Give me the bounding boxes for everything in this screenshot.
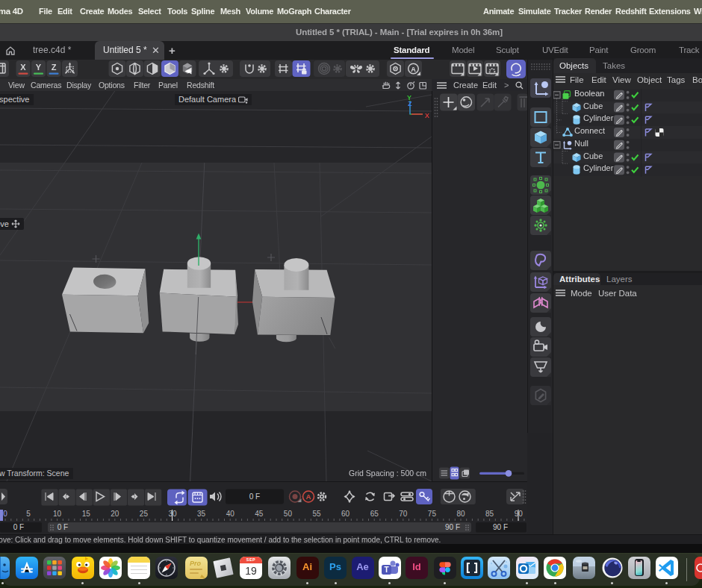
svg-text:A: A bbox=[411, 66, 416, 73]
svg-text:75: 75 bbox=[428, 510, 437, 518]
svg-text:25: 25 bbox=[140, 510, 149, 518]
svg-text:Z: Z bbox=[408, 100, 412, 107]
svg-text:85: 85 bbox=[485, 510, 494, 518]
svg-text:Z: Z bbox=[52, 63, 57, 72]
svg-text:40: 40 bbox=[226, 510, 235, 518]
svg-text:Pro: Pro bbox=[190, 560, 202, 567]
svg-text:90 F: 90 F bbox=[445, 523, 460, 531]
svg-text:20: 20 bbox=[111, 510, 119, 518]
svg-text:65: 65 bbox=[370, 510, 379, 518]
svg-text:Y: Y bbox=[36, 63, 42, 72]
svg-text:50: 50 bbox=[284, 510, 293, 518]
svg-text:45: 45 bbox=[255, 510, 264, 518]
svg-text:0: 0 bbox=[3, 510, 7, 518]
svg-text:0 F: 0 F bbox=[249, 492, 260, 501]
svg-text:70: 70 bbox=[399, 510, 408, 518]
svg-text:T: T bbox=[384, 566, 388, 574]
svg-text:55: 55 bbox=[312, 510, 321, 518]
svg-text:X: X bbox=[20, 63, 26, 72]
svg-text:60: 60 bbox=[341, 510, 350, 518]
svg-text:30: 30 bbox=[168, 510, 177, 518]
svg-text:X: X bbox=[425, 112, 429, 119]
svg-text:0 F: 0 F bbox=[13, 523, 24, 531]
svg-text:5: 5 bbox=[26, 510, 31, 518]
svg-text:90 F: 90 F bbox=[493, 523, 508, 531]
svg-text:A: A bbox=[306, 492, 311, 501]
svg-text:15: 15 bbox=[82, 510, 91, 518]
svg-text:10: 10 bbox=[53, 510, 62, 518]
svg-text:35: 35 bbox=[197, 510, 206, 518]
svg-text:80: 80 bbox=[456, 510, 465, 518]
svg-text:0 F: 0 F bbox=[58, 523, 68, 531]
